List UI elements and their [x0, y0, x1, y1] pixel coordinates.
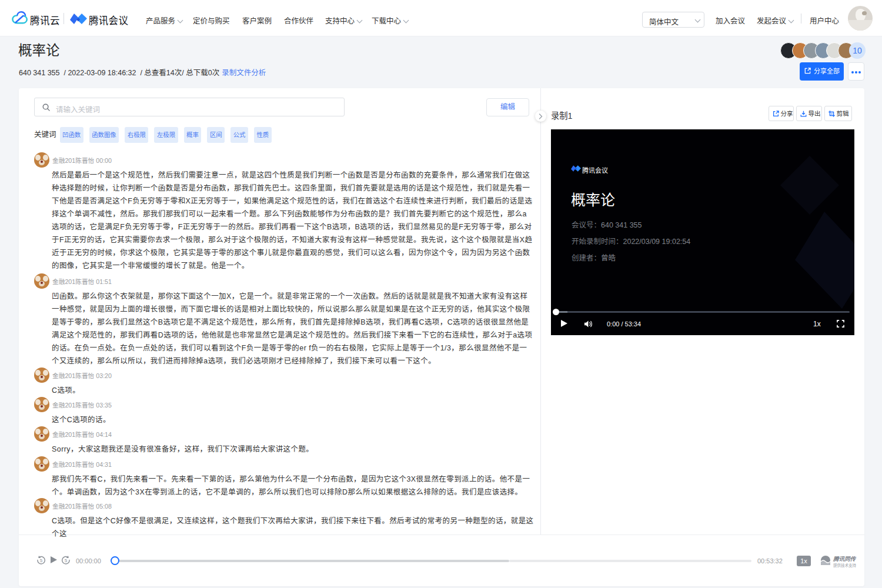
svg-text:5: 5	[40, 558, 43, 563]
svg-text:5: 5	[65, 558, 68, 563]
